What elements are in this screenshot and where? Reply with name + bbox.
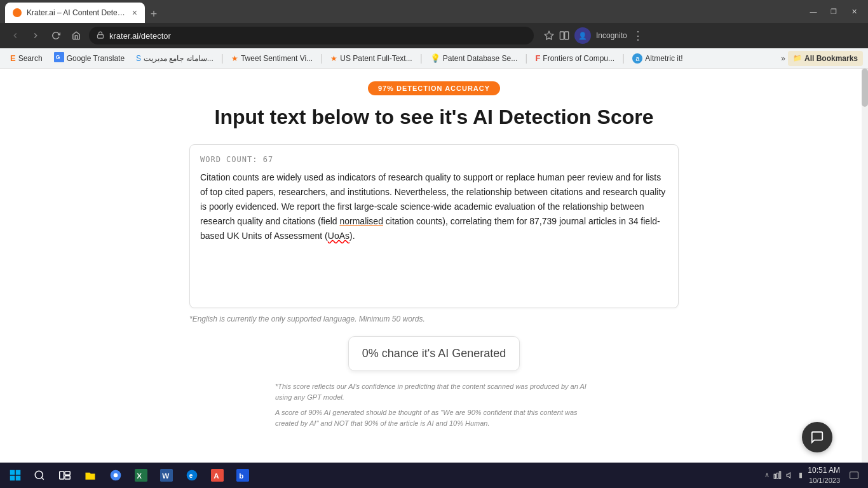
taskbar-word[interactable]: W	[155, 464, 178, 487]
home-button[interactable]	[69, 28, 84, 43]
result-text: 0% chance it's AI Generated	[362, 347, 506, 360]
bookmarks-divider3: |	[420, 53, 423, 64]
profile-button[interactable]: 👤	[574, 27, 591, 44]
forward-button[interactable]	[28, 28, 43, 43]
task-view-icon	[59, 470, 71, 481]
bookmark-tweet[interactable]: ★ Tweet Sentiment Vi...	[226, 51, 318, 66]
svg-rect-29	[780, 471, 781, 478]
all-bookmarks-label: All Bookmarks	[804, 54, 858, 63]
svg-rect-12	[60, 471, 64, 479]
tray-up-arrow[interactable]: ∧	[764, 471, 770, 479]
url-text: krater.ai/detector	[109, 31, 171, 41]
bookmark-patent-db[interactable]: 💡 Patent Database Se...	[425, 51, 522, 66]
taskbar-edge[interactable]: e	[180, 464, 203, 487]
notification-button[interactable]	[845, 466, 863, 484]
star-icon[interactable]	[544, 30, 554, 41]
altmetric-icon: a	[632, 53, 642, 64]
more-button[interactable]: ⋮	[632, 29, 644, 43]
underlined-word: normalised	[339, 216, 383, 226]
bookmark-google-translate[interactable]: G Google Translate	[49, 51, 130, 66]
start-button[interactable]	[5, 465, 25, 485]
minimize-button[interactable]: —	[804, 3, 822, 20]
svg-text:W: W	[162, 471, 169, 480]
url-box[interactable]: krater.ai/detector	[89, 27, 534, 44]
bookmarks-right: » 📁 All Bookmarks	[781, 51, 863, 66]
bookmark-search[interactable]: E Search	[5, 51, 48, 66]
result-box: 0% chance it's AI Generated	[348, 336, 520, 371]
svg-point-16	[114, 473, 118, 478]
svg-rect-0	[98, 34, 104, 38]
disclaimer-text: *English is currently the only supported…	[189, 315, 679, 323]
bookmarks-folder-icon: 📁	[793, 54, 802, 62]
bookmarks-divider2: |	[320, 53, 323, 64]
bookmark-patent-db-label: Patent Database Se...	[443, 54, 517, 63]
all-bookmarks-button[interactable]: 📁 All Bookmarks	[788, 51, 863, 66]
bookmarks-bar: E Search G Google Translate S سامانه جام…	[0, 48, 868, 69]
svg-rect-3	[565, 32, 569, 39]
tab-title: Krater.ai – AI Content Detector	[27, 8, 127, 17]
bookmark-samane[interactable]: S سامانه جامع مدیریت...	[131, 51, 219, 66]
tray-battery: ▮	[799, 471, 803, 479]
svg-rect-31	[850, 472, 858, 479]
bookmark-altmetric[interactable]: a Altmetric it!	[627, 51, 688, 66]
close-button[interactable]: ✕	[845, 3, 863, 20]
excel-icon: X	[135, 469, 147, 482]
windows-logo-icon	[10, 470, 21, 481]
scrollbar-thumb[interactable]	[862, 69, 868, 107]
frontiers-icon: F	[535, 53, 540, 63]
tab-group-icon[interactable]	[559, 30, 569, 41]
new-tab-button[interactable]: +	[145, 5, 163, 23]
tab-bar: Krater.ai – AI Content Detector × +	[5, 0, 163, 23]
taskbar-chrome[interactable]	[104, 464, 127, 487]
refresh-button[interactable]	[48, 28, 64, 43]
bookmarks-more-button[interactable]: »	[781, 54, 785, 63]
tweet-icon: ★	[231, 54, 238, 63]
taskbar-excel[interactable]: X	[130, 464, 153, 487]
taskbar-acrobat[interactable]: A	[206, 464, 229, 487]
bookmark-google-translate-label: Google Translate	[67, 54, 125, 63]
taskbar-app5[interactable]: b	[231, 464, 254, 487]
svg-text:b: b	[239, 471, 243, 480]
chat-icon	[810, 430, 824, 444]
tray-volume-icon	[786, 471, 795, 480]
scrollbar-track[interactable]	[862, 69, 868, 463]
back-button[interactable]	[8, 28, 23, 43]
svg-rect-14	[65, 476, 70, 479]
incognito-icon: 👤	[578, 32, 587, 40]
us-patent-icon: ★	[330, 54, 337, 63]
svg-point-10	[35, 471, 43, 478]
google-translate-icon: G	[54, 52, 64, 64]
svg-rect-7	[16, 470, 21, 475]
bookmark-us-patent-label: US Patent Full-Text...	[340, 54, 412, 63]
search-bookmark-icon: E	[10, 53, 16, 63]
window-controls: — ❐ ✕	[804, 3, 863, 20]
page-title: Input text below to see it's AI Detectio…	[215, 105, 654, 129]
taskbar-clock[interactable]: 10:51 AM 10/1/2023	[808, 466, 840, 485]
current-date: 10/1/2023	[808, 476, 840, 485]
taskbar-task-view[interactable]	[53, 464, 76, 487]
text-input-area[interactable]: WORD COUNT: 67 Citation counts are widel…	[189, 144, 679, 308]
word-count-label: WORD COUNT: 67	[200, 155, 668, 164]
bookmark-us-patent[interactable]: ★ US Patent Full-Text...	[325, 51, 417, 66]
taskbar-file-explorer[interactable]	[79, 464, 102, 487]
samane-icon: S	[136, 54, 141, 63]
svg-rect-13	[65, 471, 70, 475]
bookmark-search-label: Search	[18, 54, 43, 63]
patent-db-icon: 💡	[430, 53, 440, 63]
maximize-button[interactable]: ❐	[825, 3, 843, 20]
active-tab[interactable]: Krater.ai – AI Content Detector ×	[5, 3, 145, 23]
tab-close-button[interactable]: ×	[132, 8, 137, 18]
bookmark-frontiers-label: Frontiers of Compu...	[543, 54, 614, 63]
score-note-2: A score of 90% AI generated should be th…	[275, 407, 593, 428]
page-content: 97% DETECTION ACCURACY Input text below …	[0, 69, 868, 463]
browser-chrome: Krater.ai – AI Content Detector × + — ❐ …	[0, 0, 868, 69]
word-icon: W	[160, 469, 173, 482]
input-text-content[interactable]: Citation counts are widely used as indic…	[200, 170, 668, 297]
bookmark-frontiers[interactable]: F Frontiers of Compu...	[530, 51, 620, 66]
taskbar-search-button[interactable]	[28, 464, 51, 487]
bookmarks-divider5: |	[622, 53, 625, 64]
file-explorer-icon	[84, 469, 97, 482]
svg-marker-30	[787, 473, 790, 478]
chat-button[interactable]	[802, 422, 832, 452]
bookmark-samane-label: سامانه جامع مدیریت...	[144, 54, 214, 63]
